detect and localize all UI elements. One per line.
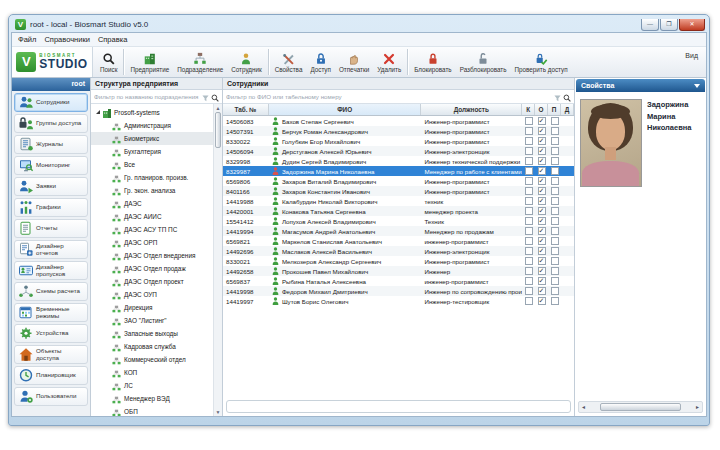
properties-header[interactable]: Свойства [576, 79, 705, 92]
checkbox-o[interactable] [538, 187, 546, 195]
checkbox-p[interactable] [551, 157, 559, 165]
table-row[interactable]: 14507391 Берчук Роман Александрович Инже… [223, 126, 574, 136]
view-menu-button[interactable]: Вид [685, 52, 698, 77]
checkbox-k[interactable] [525, 117, 533, 125]
sidebar-item-users[interactable]: Пользователи [14, 387, 88, 406]
checkbox-p[interactable] [551, 217, 559, 225]
toolbar-button-search[interactable]: Поиск [96, 47, 121, 77]
maximize-button[interactable]: ❐ [660, 19, 678, 31]
sidebar-item-device[interactable]: Устройства [14, 324, 88, 343]
tree-item[interactable]: КОП [91, 366, 213, 379]
checkbox-k[interactable] [525, 267, 533, 275]
sidebar-item-chart[interactable]: Графики [14, 198, 88, 217]
sidebar-item-scheduler[interactable]: Планировщик [14, 366, 88, 385]
tree-item[interactable]: ДАЭС Отдел проект [91, 275, 213, 288]
checkbox-p[interactable] [551, 167, 559, 175]
checkbox-o[interactable] [538, 117, 546, 125]
table-row[interactable]: 14506094 Дерстуганов Алексей Юрьевич Инж… [223, 146, 574, 156]
table-row[interactable]: 6569837 Рыбина Наталья Алексеевна инжене… [223, 276, 574, 286]
toolbar-button-unlock[interactable]: Разблокировать [456, 47, 511, 77]
checkbox-p[interactable] [551, 277, 559, 285]
scroll-left-icon[interactable]: ◄ [579, 403, 588, 411]
tree-item[interactable]: Гр. планиров. произв. [91, 171, 213, 184]
chevron-down-icon[interactable] [694, 84, 700, 88]
menu-item[interactable]: Файл [18, 35, 44, 44]
checkbox-k[interactable] [525, 147, 533, 155]
checkbox-o[interactable] [538, 137, 546, 145]
checkbox-p[interactable] [551, 137, 559, 145]
sidebar-item-report[interactable]: Отчеты [14, 219, 88, 238]
minimize-button[interactable]: — [641, 19, 659, 31]
title-bar[interactable]: V root - local - Biosmart Studio v5.0 —❐… [9, 15, 709, 33]
table-row[interactable]: 6569806 Захаров Виталий Владимирович Инж… [223, 176, 574, 186]
checkbox-k[interactable] [525, 257, 533, 265]
funnel-icon[interactable] [202, 88, 209, 106]
checkbox-o[interactable] [538, 147, 546, 155]
checkbox-k[interactable] [525, 137, 533, 145]
checkbox-o[interactable] [538, 297, 546, 305]
search-icon[interactable] [211, 88, 219, 106]
employees-filter-input[interactable] [226, 93, 552, 100]
checkbox-o[interactable] [538, 157, 546, 165]
search-icon[interactable] [563, 88, 571, 106]
checkbox-p[interactable] [551, 247, 559, 255]
checkbox-o[interactable] [538, 267, 546, 275]
table-row[interactable]: 14492658 Прокошев Павел Михайлович Инжен… [223, 266, 574, 276]
toolbar-button-department[interactable]: Подразделение [173, 47, 227, 77]
checkbox-p[interactable] [551, 267, 559, 275]
funnel-icon[interactable] [554, 88, 561, 106]
column-header[interactable]: К [522, 104, 535, 115]
sidebar-item-monitor[interactable]: Мониторинг [14, 156, 88, 175]
tree-item[interactable]: ДАЭС ОУП [91, 288, 213, 301]
checkbox-o[interactable] [538, 247, 546, 255]
checkbox-o[interactable] [538, 197, 546, 205]
tree-root-item[interactable]: Prosoft-systems [91, 106, 213, 119]
tree-item[interactable]: ОБП [91, 405, 213, 416]
sidebar-item-journal[interactable]: Журналы [14, 135, 88, 154]
table-row[interactable]: 8330021 Мелкозеров Александр Сергеевич И… [223, 256, 574, 266]
checkbox-p[interactable] [551, 117, 559, 125]
column-header[interactable]: ФИО [269, 104, 422, 115]
toolbar-button-employee[interactable]: Сотрудник [227, 47, 266, 77]
checkbox-p[interactable] [551, 187, 559, 195]
tree-item[interactable]: ДАЭС ОРП [91, 236, 213, 249]
close-button[interactable]: ✕ [679, 19, 705, 31]
tree-item[interactable]: Гр. экон. анализа [91, 184, 213, 197]
table-row[interactable]: 14506083 Бахов Степан Сергеевич Инженер-… [223, 116, 574, 126]
checkbox-p[interactable] [551, 257, 559, 265]
checkbox-o[interactable] [538, 227, 546, 235]
tree-item[interactable]: ДАЭС Отдел внедрения [91, 249, 213, 262]
checkbox-o[interactable] [538, 277, 546, 285]
checkbox-k[interactable] [525, 167, 533, 175]
tree-item[interactable]: ЗАО "Листинг" [91, 314, 213, 327]
table-row[interactable]: 14419988 Калабурдин Николай Викторович т… [223, 196, 574, 206]
tree-item[interactable]: ДАЭС [91, 197, 213, 210]
table-row[interactable]: 14419998 Федоров Михаил Дмитриевич Инжен… [223, 286, 574, 296]
checkbox-k[interactable] [525, 187, 533, 195]
checkbox-k[interactable] [525, 227, 533, 235]
toolbar-button-access[interactable]: Доступ [306, 47, 335, 77]
checkbox-p[interactable] [551, 287, 559, 295]
checkbox-p[interactable] [551, 147, 559, 155]
expand-arrow-icon[interactable] [96, 110, 100, 114]
menu-item[interactable]: Справка [98, 35, 135, 44]
checkbox-o[interactable] [538, 217, 546, 225]
tree-item[interactable]: Коммерческий отдел [91, 353, 213, 366]
tree-item[interactable]: Запасные выходы [91, 327, 213, 340]
sidebar-item-scheme[interactable]: Схемы расчета [14, 282, 88, 301]
tree-item[interactable]: ДАЭС АИИС [91, 210, 213, 223]
checkbox-p[interactable] [551, 127, 559, 135]
checkbox-o[interactable] [538, 177, 546, 185]
toolbar-button-enterprise[interactable]: Предприятие [126, 47, 173, 77]
table-row[interactable]: 14419997 Шутов Борис Олегович Инженер-те… [223, 296, 574, 306]
table-row[interactable]: 14420001 Конакова Татьяна Сергеевна мене… [223, 206, 574, 216]
checkbox-o[interactable] [538, 167, 546, 175]
checkbox-p[interactable] [551, 297, 559, 305]
checkbox-k[interactable] [525, 177, 533, 185]
tree-scroll-thumb[interactable] [215, 112, 221, 148]
toolbar-button-lock[interactable]: Блокировать [410, 47, 455, 77]
table-row[interactable]: 8329987 Задоржина Марина Николаевна Мене… [223, 166, 574, 176]
toolbar-button-properties[interactable]: Свойства [271, 47, 307, 77]
checkbox-k[interactable] [525, 127, 533, 135]
sidebar-item-time-mode[interactable]: Временные режимы [14, 303, 88, 322]
